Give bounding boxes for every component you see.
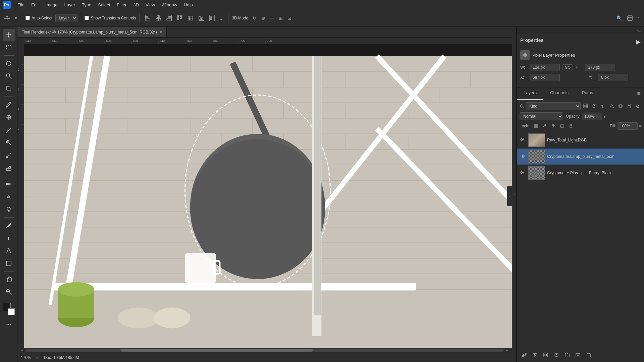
menu-select[interactable]: Select	[95, 1, 113, 9]
menu-help[interactable]: Help	[180, 1, 196, 9]
document-tab[interactable]: Final Render.exr @ 170% (Cryptomatte.Lam…	[17, 27, 167, 37]
menu-view[interactable]: View	[142, 1, 158, 9]
tab-layers[interactable]: Layers	[517, 87, 543, 100]
pen-tool[interactable]	[3, 219, 15, 231]
menu-window[interactable]: Window	[158, 1, 180, 9]
layers-panel-menu[interactable]: ≡	[634, 87, 644, 100]
crop-tool[interactable]	[3, 83, 15, 95]
lock-transparent-btn[interactable]	[533, 123, 539, 129]
type-tool[interactable]: T	[3, 232, 15, 244]
kind-smart-btn[interactable]	[617, 103, 624, 110]
layer-item[interactable]: 👁 Cryptomatte.Lamp_blurry_metal_5cm	[517, 148, 644, 165]
menu-edit[interactable]: Edit	[28, 1, 42, 9]
move-tool[interactable]	[3, 29, 15, 41]
kind-pixel-btn[interactable]	[582, 103, 589, 110]
opacity-dropdown-btn[interactable]: ▾	[603, 114, 606, 119]
link-layers-btn[interactable]	[520, 351, 529, 360]
delete-layer-btn[interactable]	[584, 351, 593, 360]
share-btn[interactable]: ↑	[636, 14, 641, 22]
add-mask-btn[interactable]	[541, 351, 550, 360]
kind-adjust-btn[interactable]	[591, 103, 598, 110]
lock-image-btn[interactable]	[541, 123, 548, 129]
clone-tool[interactable]	[3, 137, 15, 149]
auto-select-input[interactable]	[25, 16, 30, 20]
auto-select-checkbox[interactable]: Auto-Select:	[25, 16, 53, 20]
add-group-btn[interactable]	[562, 351, 572, 360]
transform-controls-checkbox[interactable]: Show Transform Controls	[85, 16, 136, 20]
3d-roll-btn[interactable]: ⊕	[260, 14, 267, 22]
add-adjustment-btn[interactable]	[552, 351, 561, 360]
kind-select[interactable]: Kind	[526, 102, 581, 110]
workspaces-btn[interactable]	[626, 14, 634, 22]
align-top-edges-btn[interactable]	[175, 14, 184, 22]
tab-channels[interactable]: Channels	[543, 87, 575, 100]
scroll-left-btn[interactable]: ◂	[19, 348, 25, 353]
kind-lock-btn[interactable]	[626, 103, 633, 110]
layer-visibility-0[interactable]: 👁	[520, 137, 526, 143]
history-brush-tool[interactable]	[3, 149, 15, 162]
align-left-edges-btn[interactable]	[143, 14, 152, 22]
path-select-tool[interactable]	[3, 245, 15, 257]
lock-position-btn[interactable]	[550, 123, 557, 129]
kind-shape-btn[interactable]	[608, 103, 615, 110]
gradient-tool[interactable]	[3, 178, 15, 190]
lasso-tool[interactable]	[3, 57, 15, 69]
more-options-btn[interactable]: ...	[218, 14, 225, 22]
more-tools-btn[interactable]	[3, 318, 15, 330]
distribute-btn[interactable]	[208, 14, 216, 22]
align-horizontal-centers-btn[interactable]	[154, 14, 163, 22]
move-tool-dropdown[interactable]: ▾	[13, 14, 18, 22]
menu-image[interactable]: Image	[42, 1, 61, 9]
eraser-tool[interactable]	[3, 162, 15, 174]
menu-layer[interactable]: Layer	[61, 1, 79, 9]
menu-type[interactable]: Type	[78, 1, 95, 9]
y-input[interactable]	[598, 74, 628, 81]
background-color[interactable]	[8, 308, 15, 315]
menu-3d[interactable]: 3D	[130, 1, 142, 9]
quick-select-tool[interactable]	[3, 70, 15, 82]
3d-scale-btn[interactable]: ⊡	[286, 14, 293, 22]
auto-select-dropdown[interactable]: Layer Group	[55, 14, 77, 22]
opacity-input[interactable]	[582, 113, 602, 120]
menu-file[interactable]: File	[14, 1, 28, 9]
kind-settings-btn[interactable]: ⚙	[634, 103, 641, 110]
tab-close-btn[interactable]: ×	[160, 29, 162, 35]
dodge-tool[interactable]	[3, 203, 15, 216]
3d-slide-btn[interactable]: ⊞	[277, 14, 284, 22]
add-layer-btn[interactable]	[573, 351, 583, 360]
scrollbar-track[interactable]	[25, 349, 504, 352]
panel-collapse-handle[interactable]: ›	[507, 186, 512, 206]
search-btn[interactable]: 🔍	[615, 14, 624, 22]
3d-rotate-btn[interactable]: ↻	[251, 14, 258, 22]
right-panel-collapse[interactable]: ›	[512, 27, 517, 362]
horizontal-scrollbar[interactable]: ◂ ▸	[17, 348, 512, 353]
width-input[interactable]	[530, 64, 560, 71]
layer-item[interactable]: 👁 Raw_Total_Light.RGB	[517, 132, 644, 148]
shape-tool[interactable]	[3, 257, 15, 269]
panel-arrow-btn[interactable]: «»	[637, 28, 641, 33]
height-input[interactable]	[585, 64, 615, 71]
tab-paths[interactable]: Paths	[575, 87, 600, 100]
x-input[interactable]	[530, 74, 560, 81]
hand-tool[interactable]	[3, 273, 15, 285]
3d-pan-btn[interactable]: ✛	[269, 14, 275, 22]
fill-dropdown-btn[interactable]: ▾	[639, 124, 641, 129]
fill-input[interactable]	[618, 122, 638, 130]
blend-mode-select[interactable]: Normal Multiply Screen Overlay	[520, 112, 563, 120]
scrollbar-thumb[interactable]	[121, 349, 312, 352]
lock-artboard-btn[interactable]	[559, 123, 566, 129]
kind-type-btn[interactable]: T	[599, 103, 607, 110]
brush-tool[interactable]	[3, 124, 15, 136]
layer-visibility-1[interactable]: 👁	[520, 154, 526, 160]
marquee-tool[interactable]	[3, 42, 15, 54]
canvas-viewport[interactable]: ›	[24, 44, 512, 348]
layer-visibility-2[interactable]: 👁	[520, 170, 526, 176]
properties-play-btn[interactable]: ▶	[636, 38, 641, 46]
healing-tool[interactable]	[3, 111, 15, 123]
blur-tool[interactable]	[3, 191, 15, 203]
scroll-right-btn[interactable]: ▸	[504, 348, 511, 353]
move-tool-btn[interactable]	[3, 14, 11, 22]
link-dimensions-btn[interactable]: GO	[562, 64, 573, 70]
transform-controls-input[interactable]	[85, 16, 89, 20]
layer-item[interactable]: 👁 Cryptomatte.Plas...ple_Blurry_Black	[517, 165, 644, 181]
